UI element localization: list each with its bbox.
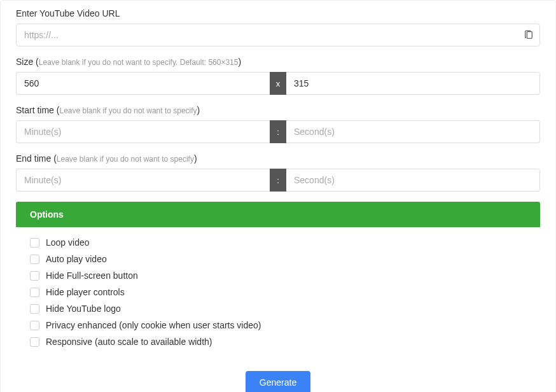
clipboard-icon[interactable] — [524, 30, 534, 40]
option-row: Hide YouTube logo — [30, 304, 526, 314]
end-time-suffix: ) — [194, 153, 197, 164]
options-header: Options — [16, 202, 540, 227]
hide-logo-checkbox[interactable] — [30, 304, 39, 314]
size-label-suffix: ) — [238, 57, 241, 67]
end-time-hint: Leave blank if you do not want to specif… — [57, 155, 194, 164]
size-label-prefix: Size ( — [16, 57, 39, 67]
option-row: Hide player controls — [30, 287, 526, 297]
option-label: Hide YouTube logo — [46, 304, 121, 314]
hide-controls-checkbox[interactable] — [30, 288, 39, 297]
start-seconds-input[interactable] — [286, 120, 540, 143]
privacy-enhanced-checkbox[interactable] — [30, 321, 39, 330]
size-label: Size (Leave blank if you do not want to … — [16, 57, 540, 67]
options-body: Loop video Auto play video Hide Full-scr… — [16, 227, 540, 360]
url-field-group: Enter YouTube Video URL — [16, 8, 540, 46]
size-field-group: Size (Leave blank if you do not want to … — [16, 57, 540, 95]
url-input[interactable] — [16, 24, 540, 46]
auto-play-checkbox[interactable] — [30, 255, 39, 264]
option-row: Auto play video — [30, 254, 526, 264]
width-input[interactable] — [16, 72, 270, 95]
end-time-prefix: End time ( — [16, 153, 57, 164]
hide-fullscreen-checkbox[interactable] — [30, 271, 39, 281]
option-label: Loop video — [46, 237, 90, 248]
actions-row: Generate — [16, 371, 540, 392]
option-row: Responsive (auto scale to available widt… — [30, 337, 526, 347]
end-seconds-input[interactable] — [286, 169, 540, 192]
start-time-separator: : — [270, 120, 286, 143]
start-time-prefix: Start time ( — [16, 105, 59, 115]
option-label: Privacy enhanced (only cookie when user … — [46, 320, 261, 330]
end-time-separator: : — [270, 169, 286, 192]
start-time-hint: Leave blank if you do not want to specif… — [59, 106, 197, 115]
form-container: Enter YouTube Video URL Size (Leave blan… — [0, 0, 556, 392]
start-time-suffix: ) — [197, 105, 200, 115]
start-time-inputs: : — [16, 120, 540, 143]
options-panel: Options Loop video Auto play video Hide … — [16, 202, 540, 360]
size-inputs: x — [16, 72, 540, 95]
option-label: Hide Full-screen button — [46, 270, 138, 281]
height-input[interactable] — [286, 72, 540, 95]
option-row: Privacy enhanced (only cookie when user … — [30, 320, 526, 330]
size-label-hint: Leave blank if you do not want to specif… — [39, 58, 239, 67]
start-minutes-input[interactable] — [16, 120, 270, 143]
end-time-group: End time (Leave blank if you do not want… — [16, 153, 540, 192]
responsive-checkbox[interactable] — [30, 337, 39, 347]
svg-rect-0 — [527, 32, 532, 39]
option-label: Responsive (auto scale to available widt… — [46, 337, 212, 347]
end-time-inputs: : — [16, 169, 540, 192]
start-time-group: Start time (Leave blank if you do not wa… — [16, 105, 540, 143]
url-input-wrap — [16, 24, 540, 46]
option-row: Loop video — [30, 237, 526, 248]
end-time-label: End time (Leave blank if you do not want… — [16, 153, 540, 164]
generate-button[interactable]: Generate — [246, 371, 310, 392]
url-label: Enter YouTube Video URL — [16, 8, 540, 18]
option-label: Auto play video — [46, 254, 107, 264]
size-separator: x — [270, 72, 286, 95]
option-label: Hide player controls — [46, 287, 125, 297]
end-minutes-input[interactable] — [16, 169, 270, 192]
option-row: Hide Full-screen button — [30, 270, 526, 281]
start-time-label: Start time (Leave blank if you do not wa… — [16, 105, 540, 115]
loop-video-checkbox[interactable] — [30, 238, 39, 248]
